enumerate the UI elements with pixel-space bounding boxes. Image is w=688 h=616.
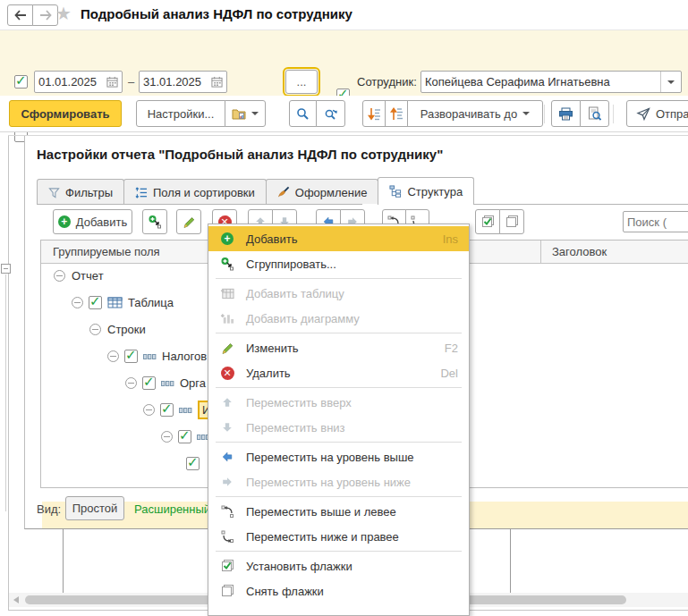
settings-button[interactable]: Настройки... xyxy=(136,100,225,127)
menu-item-delete[interactable]: ✕ Удалить Del xyxy=(208,360,469,385)
column-header-fields[interactable]: Группируемые поля xyxy=(53,245,160,258)
period-from-input[interactable] xyxy=(38,75,101,89)
clear-flags-button[interactable] xyxy=(499,209,524,234)
print-preview-button[interactable] xyxy=(580,100,609,127)
expander-icon[interactable] xyxy=(107,350,119,362)
expander-icon[interactable] xyxy=(143,404,155,416)
employee-dropdown-button[interactable] xyxy=(660,72,681,92)
tree-row-group-1[interactable]: Налогов xyxy=(107,350,207,363)
menu-item-move-level-down[interactable]: Переместить на уровень ниже xyxy=(208,469,469,494)
period-to-field[interactable] xyxy=(139,71,227,93)
add-button-label: Добавить xyxy=(76,215,127,229)
grouping-field-icon xyxy=(179,406,192,415)
menu-item-label: Переместить на уровень выше xyxy=(246,451,447,464)
send-button[interactable]: Отпра xyxy=(626,100,688,127)
menu-item-move-down[interactable]: Переместить вниз xyxy=(208,415,469,440)
print-button[interactable] xyxy=(551,100,581,127)
expander-icon[interactable] xyxy=(125,377,137,389)
menu-item-label: Добавить диаграмму xyxy=(246,312,447,325)
search-input[interactable] xyxy=(623,211,688,232)
tree-checkbox[interactable] xyxy=(142,376,156,390)
tab-label: Структура xyxy=(407,185,463,198)
tree-row-group-3-selected[interactable]: И xyxy=(143,403,216,417)
send-label: Отпра xyxy=(656,107,688,121)
menu-item-group[interactable]: Сгруппировать... xyxy=(208,251,469,276)
period-from-field[interactable] xyxy=(34,71,123,93)
search-next-button[interactable] xyxy=(316,100,345,127)
menu-separator xyxy=(216,278,462,279)
menu-item-move-down-right[interactable]: Переместить ниже и правее xyxy=(208,524,469,549)
menu-item-set-flags[interactable]: Установить флажки xyxy=(208,553,469,578)
tab-filters[interactable]: Фильтры xyxy=(37,179,124,205)
tree-checkbox[interactable] xyxy=(89,296,102,309)
set-flags-button[interactable] xyxy=(475,209,500,234)
menu-item-label: Переместить выше и левее xyxy=(246,505,447,519)
calendar-icon[interactable] xyxy=(106,76,118,88)
expand-rows-button[interactable] xyxy=(362,100,386,127)
tree-row-group-5[interactable] xyxy=(186,457,205,470)
expand-to-button[interactable]: Разворачивать до xyxy=(407,100,543,127)
menu-item-add[interactable]: + Добавить Ins xyxy=(208,226,469,251)
scroll-left-arrow-icon[interactable] xyxy=(13,596,19,603)
menu-item-clear-flags[interactable]: Снять флажки xyxy=(208,578,469,603)
favorite-star-icon[interactable]: ★ xyxy=(55,3,72,24)
tab-fields-sorting[interactable]: Поля и сортировки xyxy=(123,179,267,205)
add-chart-icon xyxy=(219,312,235,325)
report-frame-left xyxy=(8,135,9,610)
tab-label: Оформление xyxy=(295,186,368,199)
employee-combo[interactable] xyxy=(420,71,682,93)
report-variants-button[interactable] xyxy=(225,100,266,127)
tab-appearance[interactable]: Оформление xyxy=(266,179,379,205)
tree-checkbox[interactable] xyxy=(186,457,200,470)
menu-item-add-table[interactable]: Добавить таблицу xyxy=(208,281,469,306)
collapse-list-icon xyxy=(390,107,403,121)
print-preview-icon xyxy=(588,106,601,121)
search-button[interactable] xyxy=(289,100,317,127)
set-flags-icon xyxy=(219,559,235,573)
back-button[interactable] xyxy=(7,4,33,26)
collapse-rows-button[interactable] xyxy=(385,100,408,127)
report-grid-line xyxy=(510,529,511,593)
menu-item-move-level-up[interactable]: Переместить на уровень выше xyxy=(208,444,469,469)
tree-row-group-2[interactable]: Орга xyxy=(125,376,206,390)
send-icon xyxy=(636,107,650,121)
period-more-button[interactable]: ... xyxy=(285,70,318,94)
tree-checkbox[interactable] xyxy=(160,403,174,417)
period-to-input[interactable] xyxy=(143,75,206,89)
edit-button[interactable] xyxy=(176,209,201,234)
arrow-left-icon xyxy=(219,451,235,463)
group-button[interactable] xyxy=(142,209,167,234)
tree-row-label: Таблица xyxy=(128,296,174,309)
add-button[interactable]: + Добавить xyxy=(53,209,132,234)
tree-row-rows[interactable]: Строки xyxy=(89,323,146,336)
forward-button[interactable] xyxy=(32,4,58,26)
view-extended-button[interactable]: Расширенный xyxy=(134,502,210,516)
menu-item-edit[interactable]: Изменить F2 xyxy=(208,335,469,360)
menu-item-move-up-left[interactable]: Переместить выше и левее xyxy=(208,499,469,524)
arrow-right-icon xyxy=(219,476,235,488)
employee-input[interactable] xyxy=(421,75,660,89)
period-checkbox[interactable] xyxy=(14,75,28,89)
tree-row-table[interactable]: Таблица xyxy=(72,296,174,309)
expand-to-label: Разворачивать до xyxy=(420,107,517,121)
tree-row-report[interactable]: Отчет xyxy=(54,269,104,283)
column-header-title[interactable]: Заголовок xyxy=(552,245,607,258)
menu-item-move-up[interactable]: Переместить вверх xyxy=(208,390,469,415)
expander-icon[interactable] xyxy=(72,297,83,308)
group-collapse-icon[interactable] xyxy=(1,264,11,274)
tree-checkbox[interactable] xyxy=(124,350,138,363)
tab-label: Фильтры xyxy=(65,186,113,199)
menu-separator xyxy=(216,333,462,333)
generate-button[interactable]: Сформировать xyxy=(9,100,122,127)
tab-structure[interactable]: Структура xyxy=(378,177,474,205)
calendar-icon[interactable] xyxy=(211,76,223,88)
tree-checkbox[interactable] xyxy=(178,430,191,443)
menu-item-add-chart[interactable]: Добавить диаграмму xyxy=(208,306,469,331)
expander-icon[interactable] xyxy=(89,324,101,335)
menu-separator xyxy=(216,496,462,497)
expander-icon[interactable] xyxy=(54,270,65,282)
menu-item-label: Переместить вниз xyxy=(246,421,447,435)
expander-icon[interactable] xyxy=(161,431,173,443)
tab-bar: Фильтры Поля и сортировки Оформление Стр… xyxy=(37,177,473,205)
view-simple-button[interactable]: Простой xyxy=(65,496,124,520)
